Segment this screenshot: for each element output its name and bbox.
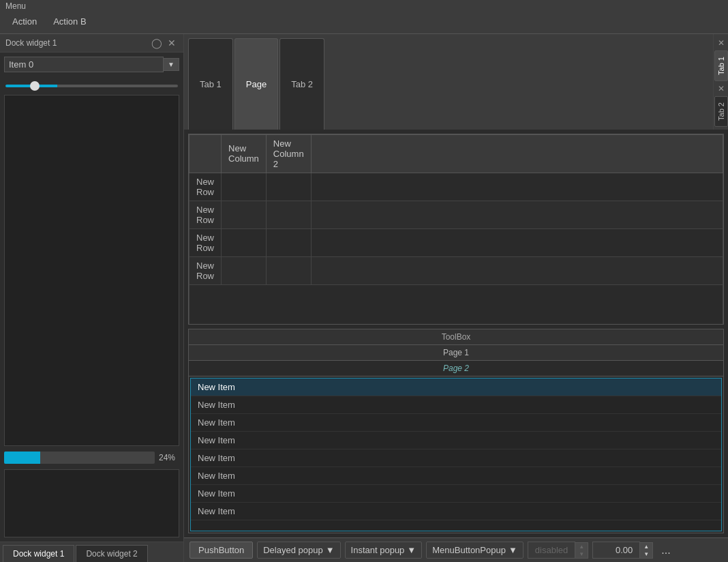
- table-cell-2-2[interactable]: [266, 228, 311, 256]
- toolbox-item-2[interactable]: New Item: [191, 414, 721, 432]
- menu-button-popup[interactable]: MenuButtonPopup ▼: [426, 542, 524, 559]
- combo-box-container: Item 0 Item 1 Item 2 ▼: [4, 57, 179, 72]
- dock-tab-1[interactable]: Dock widget 1: [3, 545, 74, 562]
- table-cell-row-label-1: New Row: [189, 201, 222, 228]
- table-row-empty: [189, 284, 723, 325]
- instant-popup-label: Instant popup: [351, 545, 405, 555]
- dock-widget-title: Dock widget 1: [5, 38, 57, 48]
- table-empty-space: [189, 284, 723, 325]
- table-cell-0-1[interactable]: [222, 173, 267, 201]
- slider-area: [0, 76, 183, 92]
- item-combo-select[interactable]: Item 0 Item 1 Item 2: [4, 57, 164, 72]
- tab-2-button[interactable]: Tab 2: [279, 38, 324, 130]
- table-cell-row-label-2: New Row: [189, 228, 222, 256]
- table-cell-3-extra: [311, 256, 723, 284]
- menu-button-popup-label: MenuButtonPopup: [432, 545, 506, 555]
- disabled-input-group: disabled ▲ ▼: [528, 542, 588, 559]
- tab-bar-container: Tab 1 Page Tab 2 ✕ Tab 1 ✕ Tab 2: [184, 34, 728, 130]
- table-cell-1-1[interactable]: [222, 201, 267, 228]
- right-area: Tab 1 Page Tab 2 ✕ Tab 1 ✕ Tab 2: [184, 34, 728, 562]
- table-cell-2-1[interactable]: [222, 228, 267, 256]
- delayed-popup-label: Delayed popup: [263, 545, 322, 555]
- bottom-toolbar: PushButton Delayed popup ▼ Instant popup…: [184, 537, 728, 562]
- table-cell-2-extra: [311, 228, 723, 256]
- instant-popup-arrow-icon: ▼: [407, 545, 416, 555]
- toolbox-item-3[interactable]: New Item: [191, 432, 721, 449]
- progress-area: 24%: [0, 449, 183, 467]
- toolbox-item-6[interactable]: New Item: [191, 485, 721, 503]
- table-cell-3-2[interactable]: [266, 256, 311, 284]
- table-header-col2: New Column 2: [266, 134, 311, 173]
- menu-bar: Menu Action Action B: [0, 0, 728, 34]
- push-button[interactable]: PushButton: [189, 542, 253, 559]
- progress-label: 24%: [159, 453, 179, 462]
- content-area: New Column New Column 2 New Row: [184, 130, 728, 537]
- table-row: New Row: [189, 256, 723, 284]
- dock-tabs: Dock widget 1 Dock widget 2: [0, 542, 183, 562]
- spin-input-group: ▲ ▼: [592, 542, 653, 559]
- toolbox-title: ToolBox: [189, 329, 723, 345]
- instant-popup-button[interactable]: Instant popup ▼: [345, 542, 423, 559]
- toolbox-item-7[interactable]: New Item: [191, 503, 721, 520]
- side-tab-1-close[interactable]: ✕: [715, 37, 727, 49]
- canvas-area-bottom: [4, 469, 179, 537]
- canvas-area-top: [4, 95, 179, 446]
- spin-buttons: ▲ ▼: [640, 542, 653, 559]
- table-cell-row-label-0: New Row: [189, 173, 222, 201]
- center-column: New Column New Column 2 New Row: [188, 134, 724, 533]
- menu-title: Menu: [5, 1, 26, 11]
- tab-1-button[interactable]: Tab 1: [188, 38, 233, 130]
- table-cell-1-2[interactable]: [266, 201, 311, 228]
- table-container: New Column New Column 2 New Row: [188, 134, 724, 325]
- table-cell-1-extra: [311, 201, 723, 228]
- table-header-col1: New Column: [222, 134, 267, 173]
- spin-down-button[interactable]: ▼: [640, 550, 652, 558]
- table-cell-0-2[interactable]: [266, 173, 311, 201]
- delayed-popup-button[interactable]: Delayed popup ▼: [257, 542, 340, 559]
- action-b-button[interactable]: Action B: [46, 14, 93, 29]
- combo-arrow-icon[interactable]: ▼: [164, 58, 179, 71]
- action-button[interactable]: Action: [5, 14, 44, 29]
- toolbox-page-1[interactable]: Page 1: [189, 345, 723, 361]
- data-table: New Column New Column 2 New Row: [189, 134, 723, 325]
- dock-close-button[interactable]: ✕: [166, 37, 178, 49]
- side-tabs: ✕ Tab 1 ✕ Tab 2: [713, 34, 728, 130]
- table-cell-3-1[interactable]: [222, 256, 267, 284]
- left-dock: Dock widget 1 ◯ ✕ Item 0 Item 1 Item 2 ▼…: [0, 34, 184, 562]
- dock-tab-2[interactable]: Dock widget 2: [76, 545, 147, 562]
- dock-icons: ◯ ✕: [151, 37, 178, 49]
- tab-page-button[interactable]: Page: [234, 38, 278, 130]
- side-tab-2-close[interactable]: ✕: [715, 83, 727, 95]
- disabled-spin-buttons: ▲ ▼: [575, 542, 588, 559]
- spin-up-button[interactable]: ▲: [640, 543, 652, 550]
- table-row: New Row: [189, 201, 723, 228]
- side-tab-2[interactable]: Tab 2: [714, 96, 728, 127]
- disabled-select-display[interactable]: disabled: [528, 542, 575, 559]
- toolbox-item-0[interactable]: New Item: [191, 379, 721, 396]
- dock-float-button[interactable]: ◯: [151, 37, 163, 49]
- dock-header: Dock widget 1 ◯ ✕: [0, 34, 183, 53]
- main-layout: Dock widget 1 ◯ ✕ Item 0 Item 1 Item 2 ▼…: [0, 34, 728, 562]
- menu-actions: Action Action B: [5, 11, 723, 32]
- table-cell-0-extra: [311, 173, 723, 201]
- toolbox-page-2[interactable]: Page 2: [189, 361, 723, 376]
- table-cell-row-label-3: New Row: [189, 256, 222, 284]
- slider-input[interactable]: [5, 85, 178, 87]
- table-row: New Row: [189, 173, 723, 201]
- toolbox-item-4[interactable]: New Item: [191, 449, 721, 467]
- disabled-spin-up: ▲: [575, 543, 588, 550]
- progress-bar-background: [4, 452, 155, 464]
- table-row: New Row: [189, 228, 723, 256]
- menu-button-popup-arrow-icon: ▼: [509, 545, 517, 555]
- table-header-empty: [189, 134, 222, 173]
- toolbox: ToolBox Page 1 Page 2 New Item New Item …: [188, 329, 724, 533]
- toolbox-items: New Item New Item New Item New Item New …: [190, 378, 722, 531]
- table-header-extra: [311, 134, 723, 173]
- side-tab-1[interactable]: Tab 1: [714, 50, 728, 81]
- progress-bar-fill: [4, 452, 40, 464]
- disabled-spin-down: ▼: [575, 550, 588, 558]
- toolbox-item-5[interactable]: New Item: [191, 467, 721, 485]
- spin-input[interactable]: [592, 542, 640, 559]
- more-button[interactable]: ...: [657, 543, 674, 558]
- toolbox-item-1[interactable]: New Item: [191, 396, 721, 414]
